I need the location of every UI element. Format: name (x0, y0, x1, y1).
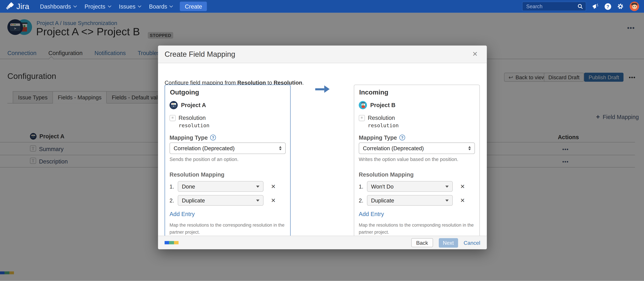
resolution-select[interactable]: Duplicate (367, 195, 453, 206)
remove-entry-icon[interactable]: ✕ (458, 197, 468, 204)
add-entry-link[interactable]: Add Entry (359, 211, 384, 217)
jira-logo-icon (5, 2, 14, 11)
incoming-heading: Incoming (359, 89, 475, 96)
resolution-field-icon: ✳ (359, 115, 365, 121)
screen: ➤ Project A / Issue Synchronization Proj… (0, 0, 644, 281)
nav-item-dashboards[interactable]: Dashboards (36, 0, 80, 13)
user-avatar[interactable] (630, 2, 639, 11)
mapping-type-caption: Sends the position of an option. (170, 156, 286, 162)
chevron-down-icon (73, 4, 77, 8)
resolution-mapping-heading: Resolution Mapping (170, 171, 286, 178)
nav-item-boards[interactable]: Boards (145, 0, 176, 13)
dialog-body: Configure field mapping from Resolution … (158, 63, 487, 236)
remove-entry-icon[interactable]: ✕ (458, 183, 468, 190)
outgoing-project: ➤ Project A (170, 101, 286, 109)
jira-logo[interactable]: Jira (5, 2, 29, 11)
progress-step (169, 241, 174, 244)
mapping-type-select[interactable]: Correlation (Deprecated) (359, 142, 475, 154)
resolution-select[interactable]: Done (178, 181, 264, 192)
settings-gear-icon[interactable] (617, 3, 624, 10)
nav-item-projects[interactable]: Projects (80, 0, 114, 13)
resolution-select[interactable]: Won't Do (367, 181, 453, 192)
select-spinner-icon (279, 146, 282, 150)
incoming-panel: Incoming Project B ✳ (354, 84, 480, 236)
wizard-progress (164, 241, 178, 244)
chevron-down-icon (108, 4, 111, 8)
remove-entry-icon[interactable]: ✕ (268, 197, 278, 204)
create-button[interactable]: Create (180, 2, 207, 11)
back-button[interactable]: Back (411, 238, 433, 247)
help-icon[interactable]: ? (399, 134, 405, 140)
chevron-down-icon (445, 185, 449, 187)
mapping-row: 2. Duplicate ✕ (359, 195, 475, 206)
project-b-avatar-small (359, 101, 367, 109)
close-icon[interactable]: ✕ (470, 50, 480, 58)
progress-step (174, 241, 178, 244)
outgoing-field-key: resolution (178, 122, 286, 128)
incoming-field: ✳ Resolution (359, 114, 475, 121)
dialog-footer: Back Next Cancel (158, 236, 487, 249)
search-box (522, 2, 586, 11)
mapping-type-select[interactable]: Correlation (Deprecated) (170, 142, 286, 154)
mapping-type-label-row: Mapping Type ? (170, 134, 286, 141)
nav-right: ? (522, 2, 644, 11)
announcements-icon[interactable] (592, 3, 599, 10)
chevron-down-icon (445, 200, 449, 202)
search-icon[interactable] (578, 4, 583, 9)
remove-entry-icon[interactable]: ✕ (268, 183, 278, 190)
help-icon[interactable]: ? (604, 3, 611, 10)
chevron-down-icon (138, 4, 141, 8)
progress-step (164, 241, 169, 244)
mapping-type-caption: Writes the option value based on the pos… (359, 156, 475, 162)
create-field-mapping-dialog: Create Field Mapping ✕ Configure field m… (158, 46, 487, 249)
select-spinner-icon (468, 146, 471, 150)
search-input[interactable] (525, 3, 578, 10)
jira-logo-text: Jira (16, 2, 29, 11)
resolution-mapping-heading: Resolution Mapping (359, 171, 475, 178)
chevron-down-icon (256, 200, 260, 202)
outgoing-field: ✳ Resolution (170, 114, 286, 121)
help-icon[interactable]: ? (210, 134, 216, 140)
mapping-type-label-row: Mapping Type ? (359, 134, 475, 141)
cancel-link[interactable]: Cancel (464, 240, 480, 246)
mapping-row: 1. Done ✕ (170, 181, 286, 192)
dialog-title: Create Field Mapping (164, 50, 235, 58)
top-navbar: Jira Dashboards Projects Issues Boards C… (0, 0, 644, 13)
nav-item-issues[interactable]: Issues (115, 0, 145, 13)
resolution-select[interactable]: Duplicate (178, 195, 264, 206)
panel-help-text: Map the resolutions to the corresponding… (170, 222, 291, 236)
chevron-down-icon (256, 185, 260, 187)
outgoing-heading: Outgoing (170, 89, 286, 96)
panel-help-text: Map the resolutions to the corresponding… (359, 222, 480, 236)
next-button[interactable]: Next (438, 238, 458, 248)
add-entry-link[interactable]: Add Entry (170, 211, 195, 217)
resolution-field-icon: ✳ (170, 115, 176, 121)
mapping-row: 2. Duplicate ✕ (170, 195, 286, 206)
direction-arrow-icon (315, 86, 330, 93)
incoming-field-key: resolution (368, 122, 475, 128)
dialog-header: Create Field Mapping ✕ (158, 46, 487, 63)
outgoing-panel: Outgoing ➤ Project A ✳ Resolution resolu… (164, 84, 290, 236)
incoming-project: Project B (359, 101, 475, 109)
chevron-down-icon (170, 4, 173, 8)
project-a-avatar-small: ➤ (170, 101, 178, 109)
mapping-row: 1. Won't Do ✕ (359, 181, 475, 192)
nav-menu: Dashboards Projects Issues Boards Create (36, 0, 207, 13)
